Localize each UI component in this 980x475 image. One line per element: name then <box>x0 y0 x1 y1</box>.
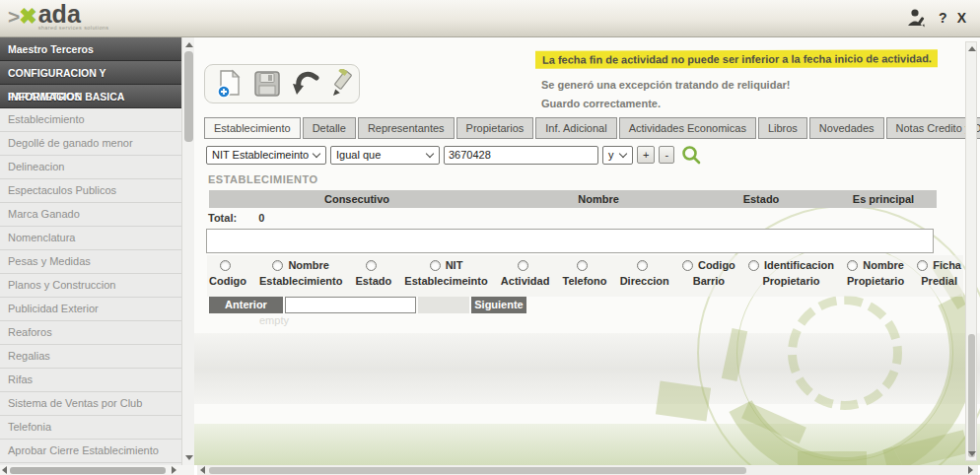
scroll-left-icon[interactable] <box>2 466 7 474</box>
main-vertical-scrollbar[interactable] <box>965 41 977 461</box>
sidebar-item-espectaculos-publicos[interactable]: Espectaculos Publicos <box>0 179 181 203</box>
scroll-up-icon[interactable] <box>968 46 976 51</box>
scroll-up-icon[interactable] <box>185 42 193 47</box>
search-radio-codigo[interactable]: Codigo <box>209 258 246 287</box>
tab-establecimiento[interactable]: Establecimiento <box>204 117 301 139</box>
sidebar-item-establecimiento[interactable]: Establecimiento <box>0 108 181 132</box>
radio-button[interactable] <box>577 260 588 271</box>
close-button[interactable]: X <box>957 10 966 26</box>
watermark-band <box>194 333 980 404</box>
sidebar-item-telefonia[interactable]: Telefonia <box>0 416 181 440</box>
sidebar-item-regalias[interactable]: Regalias <box>0 345 181 369</box>
sidebar-item-reaforos[interactable]: Reaforos <box>0 321 181 345</box>
radio-button[interactable] <box>430 260 441 271</box>
sidebar-item-degolle-de-ganado-menor[interactable]: Degollé de ganado menor <box>0 132 181 156</box>
radio-label: Barrio <box>693 275 725 287</box>
sidebar-scroll-thumb[interactable] <box>184 51 193 142</box>
pagination-bar: Anterior Siguiente <box>209 297 526 313</box>
radio-button[interactable] <box>272 260 283 271</box>
radio-button[interactable] <box>220 260 231 271</box>
tab-bar: Establecimiento Detalle Representantes P… <box>204 117 980 139</box>
remove-filter-button[interactable]: - <box>659 146 674 164</box>
scroll-right-icon[interactable] <box>968 466 973 474</box>
add-filter-button[interactable]: + <box>637 146 655 164</box>
radio-button[interactable] <box>637 260 648 271</box>
sidebar-item-publicidad-exterior[interactable]: Publicidad Exterior <box>0 298 181 321</box>
search-radio-estado[interactable]: Estado <box>356 258 392 287</box>
radio-label: Ficha <box>933 259 961 271</box>
search-radio-nit-establecimiento[interactable]: NIT Establecimeinto <box>404 258 487 287</box>
exception-message: Se generó una excepción tratando de reli… <box>541 79 790 91</box>
sidebar-item-pesas-y-medidas[interactable]: Pesas y Medidas <box>0 250 181 274</box>
radio-button[interactable] <box>682 260 693 271</box>
search-by-radio-group: Codigo Nombre Establecimiento Estado NIT… <box>207 255 963 297</box>
main-horizontal-scrollbar[interactable] <box>197 465 978 475</box>
search-radio-actividad[interactable]: Actividad <box>501 258 550 287</box>
help-button[interactable]: ? <box>939 10 947 26</box>
radio-button[interactable] <box>847 260 858 271</box>
radio-button[interactable] <box>518 260 528 271</box>
tab-propietarios[interactable]: Propietarios <box>456 117 534 139</box>
undo-icon[interactable] <box>291 69 320 99</box>
new-record-icon[interactable] <box>214 69 244 99</box>
logo-x-icon: ✖ <box>19 1 36 33</box>
scroll-right-icon[interactable] <box>172 466 176 474</box>
sidebar-item-nomenclatura[interactable]: Nomenclatura <box>0 227 181 250</box>
save-icon[interactable] <box>252 69 282 99</box>
search-radio-direccion[interactable]: Direccion <box>620 258 669 287</box>
column-header-consecutivo: Consecutivo <box>209 190 505 208</box>
empty-placeholder-text: empty <box>259 314 289 326</box>
search-radio-identificacion-propietario[interactable]: Identificacion Propietario <box>748 258 834 287</box>
search-radio-nombre-establecimiento[interactable]: Nombre Establecimiento <box>259 258 342 287</box>
radio-label: Propietario <box>762 275 819 287</box>
edit-icon[interactable] <box>329 69 359 99</box>
filter-operator-select[interactable]: Igual que <box>330 146 440 165</box>
search-icon[interactable] <box>681 145 701 165</box>
sidebar-item-delineacion[interactable]: Delineacion <box>0 156 181 179</box>
filter-value-input[interactable] <box>444 146 598 165</box>
previous-button[interactable]: Anterior <box>209 297 283 313</box>
sidebar-vertical-scrollbar[interactable] <box>181 37 194 465</box>
search-radio-telefono[interactable]: Telefono <box>563 258 607 287</box>
tab-libros[interactable]: Libros <box>758 117 807 139</box>
application-window: > ✖ ada shared services solutions ? X Ma… <box>0 0 980 475</box>
main-scroll-thumb[interactable] <box>968 334 975 457</box>
filter-operator-value: Igual que <box>336 149 381 161</box>
search-radio-nombre-propietario[interactable]: Nombre Propietario <box>847 258 904 287</box>
page-input[interactable] <box>285 297 416 313</box>
sidebar-section-maestro-terceros[interactable]: Maestro Terceros <box>0 37 181 61</box>
sidebar-item-rifas[interactable]: Rifas <box>0 369 181 392</box>
next-button[interactable]: Siguiente <box>471 297 526 313</box>
sidebar-hscroll-thumb[interactable] <box>10 467 166 474</box>
sidebar-section-configuracion-y-parametros[interactable]: CONFIGURACION Y PARAMETROS <box>0 61 181 85</box>
tab-representantes[interactable]: Representantes <box>358 117 455 139</box>
column-header-es-principal: Es principal <box>830 190 937 208</box>
radio-button[interactable] <box>748 260 759 271</box>
column-header-estado: Estado <box>692 190 830 208</box>
sidebar-horizontal-scrollbar[interactable] <box>0 465 194 475</box>
sidebar-item-planos-y-construccion[interactable]: Planos y Construccion <box>0 274 181 298</box>
scroll-down-icon[interactable] <box>968 451 976 456</box>
scroll-left-icon[interactable] <box>200 466 205 474</box>
radio-label: Nombre <box>863 259 904 271</box>
radio-button[interactable] <box>917 260 928 271</box>
sidebar-item-marca-ganado[interactable]: Marca Ganado <box>0 203 181 227</box>
search-radio-codigo-barrio[interactable]: Codigo Barrio <box>682 258 735 287</box>
tab-detalle[interactable]: Detalle <box>303 117 356 139</box>
scroll-down-icon[interactable] <box>185 455 193 460</box>
filter-field-select[interactable]: NIT Establecimeinto <box>206 146 326 165</box>
tab-inf-adicional[interactable]: Inf. Adicional <box>535 117 616 139</box>
search-radio-ficha-predial[interactable]: Ficha Predial <box>917 258 961 287</box>
tab-novedades[interactable]: Novedades <box>809 117 884 139</box>
radio-button[interactable] <box>366 260 377 271</box>
filter-connector-select[interactable]: y <box>602 146 633 165</box>
sidebar-item-sistema-de-ventas-por-club[interactable]: Sistema de Ventas por Club <box>0 392 181 416</box>
user-edit-icon[interactable] <box>905 6 929 30</box>
sidebar-item-aprobar-cierre-establecimiento[interactable]: Aprobar Cierre Establecimiento <box>0 440 181 463</box>
main-hscroll-thumb[interactable] <box>209 467 746 474</box>
results-list-box[interactable] <box>206 229 934 253</box>
results-table-header: Consecutivo Nombre Estado Es principal <box>209 190 937 208</box>
radio-label: Codigo <box>209 275 246 287</box>
sidebar-section-informacion-basica[interactable]: INFORMACION BASICA <box>0 85 181 108</box>
tab-actividades-economicas[interactable]: Actividades Economicas <box>619 117 756 139</box>
